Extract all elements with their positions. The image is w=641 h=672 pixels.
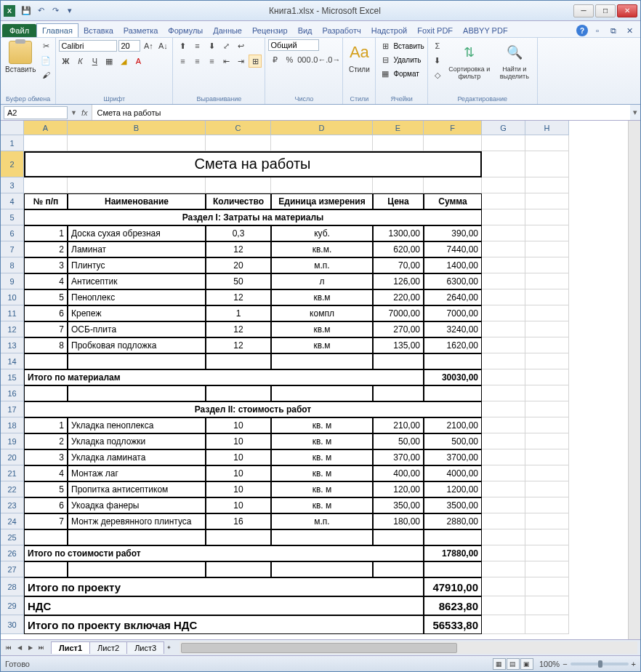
fill-color-icon[interactable]: ◢	[117, 55, 130, 68]
bold-button[interactable]: Ж	[59, 55, 72, 68]
align-middle-icon[interactable]: ≡	[190, 39, 203, 52]
cell[interactable]: кв.м	[271, 337, 373, 353]
cell[interactable]: НДС	[24, 596, 424, 615]
cell[interactable]	[525, 353, 569, 369]
currency-icon[interactable]: ₽	[268, 53, 281, 66]
tab-nav-prev-icon[interactable]: ◀	[15, 643, 25, 653]
cell[interactable]: 1	[24, 417, 68, 433]
row-header-2[interactable]: 2	[1, 151, 24, 177]
fx-icon[interactable]: fx	[77, 108, 92, 117]
row-header-6[interactable]: 6	[1, 225, 24, 241]
cell[interactable]	[525, 385, 569, 401]
column-header-D[interactable]: D	[271, 121, 373, 135]
cell[interactable]	[206, 135, 271, 151]
row-header-26[interactable]: 26	[1, 545, 24, 561]
cell[interactable]	[482, 321, 525, 337]
cell[interactable]	[525, 481, 569, 497]
cell[interactable]	[424, 353, 482, 369]
cell[interactable]: кв.м	[271, 289, 373, 305]
cell[interactable]: компл	[271, 305, 373, 321]
find-select-button[interactable]: 🔍 Найти и выделить	[495, 39, 534, 81]
cell[interactable]	[271, 177, 373, 193]
cell[interactable]: Укоадка фанеры	[68, 497, 206, 513]
cell[interactable]	[482, 337, 525, 353]
cell[interactable]: кв.м	[271, 321, 373, 337]
cell[interactable]: Укладка пеноплекса	[68, 417, 206, 433]
cell[interactable]: 270,00	[373, 321, 424, 337]
increase-decimal-icon[interactable]: .0←	[312, 53, 325, 66]
ribbon-minimize-icon[interactable]: ▫	[591, 24, 604, 37]
insert-cell-icon[interactable]: ⊞	[379, 39, 392, 52]
row-header-30[interactable]: 30	[1, 615, 24, 634]
tab-data[interactable]: Данные	[208, 24, 247, 37]
cell[interactable]: Смета на работы	[24, 151, 482, 177]
row-header-27[interactable]: 27	[1, 561, 24, 577]
orientation-icon[interactable]: ⤢	[219, 39, 233, 52]
cell[interactable]: 50,00	[373, 433, 424, 449]
cell[interactable]: кв. м	[271, 465, 373, 481]
cell[interactable]: 2	[24, 433, 68, 449]
cell[interactable]: м.п.	[271, 257, 373, 273]
namebox-dropdown-icon[interactable]: ▼	[70, 109, 77, 116]
row-header-29[interactable]: 29	[1, 596, 24, 615]
cell-grid[interactable]: Смета на работы№ п/пНаименованиеКоличест…	[24, 135, 569, 639]
zoom-slider[interactable]	[571, 663, 629, 665]
cell[interactable]: 3	[24, 449, 68, 465]
cell[interactable]: 370,00	[373, 449, 424, 465]
cell[interactable]: кв.м.	[271, 241, 373, 257]
row-header-1[interactable]: 1	[1, 135, 24, 151]
cell[interactable]	[525, 193, 569, 209]
cell[interactable]	[482, 529, 525, 545]
delete-cell-icon[interactable]: ⊟	[379, 53, 392, 66]
cell[interactable]: Доска сухая обрезная	[68, 225, 206, 241]
tab-formulas[interactable]: Формулы	[163, 24, 208, 37]
cell[interactable]: 135,00	[373, 337, 424, 353]
cell[interactable]	[482, 135, 525, 151]
cell[interactable]	[525, 257, 569, 273]
maximize-button[interactable]: □	[595, 4, 616, 17]
number-format-select[interactable]	[268, 39, 319, 51]
cell[interactable]	[525, 433, 569, 449]
cell[interactable]: кв. м	[271, 433, 373, 449]
minimize-button[interactable]: ─	[573, 4, 594, 17]
row-header-16[interactable]: 16	[1, 385, 24, 401]
column-header-H[interactable]: H	[525, 121, 569, 135]
cell[interactable]: Итого по стоимости работ	[24, 545, 424, 561]
cell[interactable]	[482, 433, 525, 449]
paste-button[interactable]: Вставить	[4, 39, 37, 75]
cell[interactable]	[525, 561, 569, 577]
cell[interactable]: 5	[24, 289, 68, 305]
cell[interactable]	[373, 385, 424, 401]
column-header-A[interactable]: A	[24, 121, 68, 135]
row-header-5[interactable]: 5	[1, 209, 24, 225]
row-header-22[interactable]: 22	[1, 481, 24, 497]
cell[interactable]: 17880,00	[424, 545, 482, 561]
cell[interactable]: 3500,00	[424, 497, 482, 513]
cell[interactable]	[525, 596, 569, 615]
cell[interactable]: 10	[206, 433, 271, 449]
font-name-select[interactable]	[59, 40, 117, 52]
cell[interactable]	[482, 449, 525, 465]
row-header-9[interactable]: 9	[1, 273, 24, 289]
cell[interactable]: 400,00	[373, 465, 424, 481]
cell[interactable]: Монтаж лаг	[68, 465, 206, 481]
cell[interactable]: 7	[24, 321, 68, 337]
cell[interactable]	[373, 529, 424, 545]
clear-icon[interactable]: ◇	[431, 68, 444, 81]
comma-icon[interactable]: 000	[297, 53, 310, 66]
cell[interactable]	[482, 596, 525, 615]
cell[interactable]	[482, 417, 525, 433]
cell[interactable]: 1300,00	[373, 225, 424, 241]
cell[interactable]: 12	[206, 321, 271, 337]
cell[interactable]: 16	[206, 513, 271, 529]
cell[interactable]: 1	[206, 305, 271, 321]
cell[interactable]	[482, 151, 525, 177]
row-header-13[interactable]: 13	[1, 337, 24, 353]
cell[interactable]	[206, 561, 271, 577]
tab-addins[interactable]: Надстрой	[366, 24, 412, 37]
zoom-in-icon[interactable]: +	[632, 660, 636, 668]
cell[interactable]	[424, 529, 482, 545]
cell[interactable]: Раздел II: стоимость работ	[24, 401, 482, 417]
border-icon[interactable]: ▦	[102, 55, 116, 68]
cell[interactable]	[424, 177, 482, 193]
